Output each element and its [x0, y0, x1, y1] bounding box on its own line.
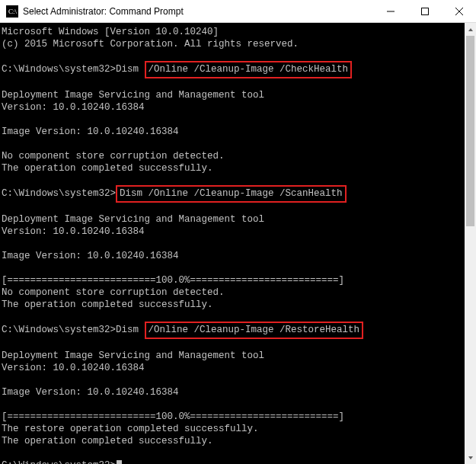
console-line: [2, 262, 465, 274]
svg-marker-7: [468, 456, 473, 459]
console-line: The restore operation completed successf…: [2, 423, 465, 435]
console-line: Version: 10.0.10240.16384: [2, 226, 465, 238]
console-line: Deployment Image Servicing and Managemen…: [2, 350, 465, 362]
highlighted-command: Dism /Online /Cleanup-Image /ScanHealth: [116, 185, 347, 203]
command-text: Dism: [116, 325, 145, 335]
console-line: [2, 77, 465, 89]
console-line: Version: 10.0.10240.16384: [2, 362, 465, 374]
console-line: C:\Windows\system32>Dism /Online /Cleanu…: [2, 323, 465, 338]
console-line: Deployment Image Servicing and Managemen…: [2, 213, 465, 226]
console-line: C:\Windows\system32>Dism /Online /Cleanu…: [2, 187, 465, 201]
console-line: Microsoft Windows [Version 10.0.10240]: [2, 26, 465, 38]
console-line: [2, 138, 465, 150]
text-cursor: [117, 460, 122, 464]
scrollbar-track[interactable]: [465, 36, 476, 451]
console-line: [2, 374, 465, 386]
console-line: [2, 398, 465, 411]
svg-marker-6: [468, 28, 473, 31]
highlighted-command: /Online /Cleanup-Image /RestoreHealth: [145, 322, 364, 339]
window-titlebar: C:\ Select Administrator: Command Prompt: [0, 0, 476, 23]
console-line: [==========================100.0%=======…: [2, 274, 465, 286]
console-line: [2, 238, 465, 250]
console-line: [2, 201, 465, 213]
console-area[interactable]: Microsoft Windows [Version 10.0.10240](c…: [0, 23, 465, 464]
console-line: C:\Windows\system32>: [2, 459, 465, 464]
scrollbar-thumb[interactable]: [466, 36, 474, 226]
maximize-button[interactable]: [407, 0, 442, 22]
console-line: The operation completed successfully.: [2, 435, 465, 447]
window-title: Select Administrator: Command Prompt: [23, 6, 373, 17]
console-line: The operation completed successfully.: [2, 162, 465, 174]
console-line: [2, 447, 465, 459]
console-line: [2, 338, 465, 350]
minimize-button[interactable]: [373, 0, 407, 22]
prompt: C:\Windows\system32>: [2, 188, 116, 199]
console-line: Deployment Image Servicing and Managemen…: [2, 89, 465, 101]
scroll-down-button[interactable]: [465, 451, 476, 464]
console-line: Image Version: 10.0.10240.16384: [2, 126, 465, 138]
svg-text:C:\: C:\: [8, 8, 18, 15]
console-line: Version: 10.0.10240.16384: [2, 101, 465, 114]
console-line: (c) 2015 Microsoft Corporation. All righ…: [2, 38, 465, 50]
console-line: [2, 114, 465, 126]
vertical-scrollbar[interactable]: [465, 23, 476, 464]
prompt: C:\Windows\system32>: [2, 325, 116, 335]
prompt: C:\Windows\system32>: [2, 460, 116, 464]
highlighted-command: /Online /Cleanup-Image /CheckHealth: [145, 61, 353, 78]
console-line: [==========================100.0%=======…: [2, 411, 465, 423]
window-controls: [373, 0, 476, 22]
svg-rect-3: [421, 8, 428, 14]
console-line: No component store corruption detected.: [2, 150, 465, 162]
console-line: No component store corruption detected.: [2, 286, 465, 299]
console-line: Image Version: 10.0.10240.16384: [2, 386, 465, 398]
close-button[interactable]: [442, 0, 476, 22]
scroll-up-button[interactable]: [465, 23, 476, 36]
console-line: Image Version: 10.0.10240.16384: [2, 250, 465, 262]
console-line: The operation completed successfully.: [2, 299, 465, 311]
cmd-icon: C:\: [6, 5, 18, 18]
command-text: Dism: [116, 64, 145, 75]
prompt: C:\Windows\system32>: [2, 64, 116, 75]
console-line: C:\Windows\system32>Dism /Online /Cleanu…: [2, 62, 465, 77]
